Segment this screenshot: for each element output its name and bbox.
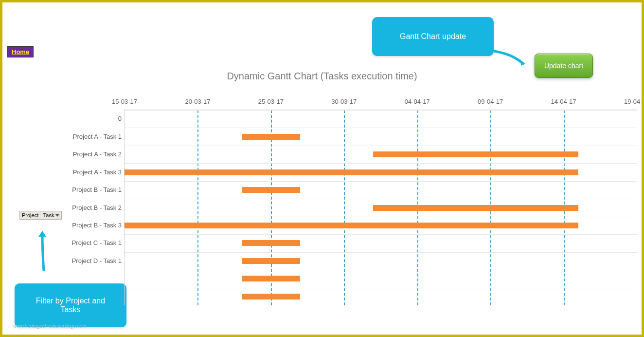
hline bbox=[125, 252, 637, 253]
y-label: Project A - Task 3 bbox=[73, 168, 122, 175]
gantt-bar bbox=[125, 169, 578, 175]
y-label: Project B - Task 2 bbox=[72, 204, 122, 211]
gridline bbox=[197, 110, 198, 305]
x-tick: 14-04-17 bbox=[551, 98, 576, 105]
hline bbox=[125, 181, 637, 182]
gantt-bar bbox=[242, 258, 300, 264]
x-tick: 09-04-17 bbox=[478, 98, 503, 105]
x-tick: 25-03-17 bbox=[258, 98, 284, 105]
x-tick: 19-04-17 bbox=[624, 98, 644, 105]
gantt-bar bbox=[242, 294, 300, 300]
gantt-bar bbox=[242, 187, 300, 193]
chart-title: Dynamic Gantt Chart (Tasks execution tim… bbox=[227, 71, 417, 82]
hline bbox=[125, 128, 637, 128]
home-link[interactable]: Home bbox=[7, 46, 34, 57]
x-tick: 20-03-17 bbox=[185, 98, 210, 105]
hline bbox=[125, 217, 637, 217]
x-tick: 15-03-17 bbox=[112, 98, 137, 105]
y-label: Project D - Task 1 bbox=[72, 257, 122, 264]
gantt-bar bbox=[373, 151, 578, 157]
y-label: Project A - Task 2 bbox=[73, 150, 122, 158]
gantt-chart: 15-03-1720-03-1725-03-1730-03-1704-04-17… bbox=[22, 93, 637, 305]
hline bbox=[125, 234, 637, 235]
plot-area: 15-03-1720-03-1725-03-1730-03-1704-04-17… bbox=[124, 110, 637, 305]
gantt-bar bbox=[373, 205, 578, 211]
x-tick: 04-04-17 bbox=[405, 98, 430, 105]
y-label: 0 bbox=[118, 115, 122, 122]
arrow-icon bbox=[491, 49, 530, 68]
hline bbox=[125, 163, 637, 164]
y-label: Project B - Task 3 bbox=[72, 221, 122, 228]
callout-update: Gantt Chart update bbox=[372, 17, 494, 56]
gridline bbox=[344, 110, 345, 305]
gantt-bar bbox=[242, 134, 300, 140]
watermark: www.heritagechristiancollege.com bbox=[13, 323, 87, 329]
y-label: Project A - Task 1 bbox=[73, 132, 122, 140]
x-tick: 30-03-17 bbox=[331, 98, 357, 105]
hline bbox=[125, 199, 637, 199]
y-label: Project B - Task 1 bbox=[72, 186, 122, 193]
gantt-bar bbox=[125, 223, 578, 228]
gantt-bar bbox=[242, 276, 300, 281]
update-chart-button[interactable]: Update chart bbox=[535, 54, 593, 78]
hline bbox=[125, 270, 637, 270]
gantt-bar bbox=[242, 240, 300, 246]
y-label: Project C - Task 1 bbox=[72, 239, 122, 246]
hline bbox=[125, 110, 637, 111]
hline bbox=[125, 288, 637, 288]
hline bbox=[125, 146, 637, 146]
